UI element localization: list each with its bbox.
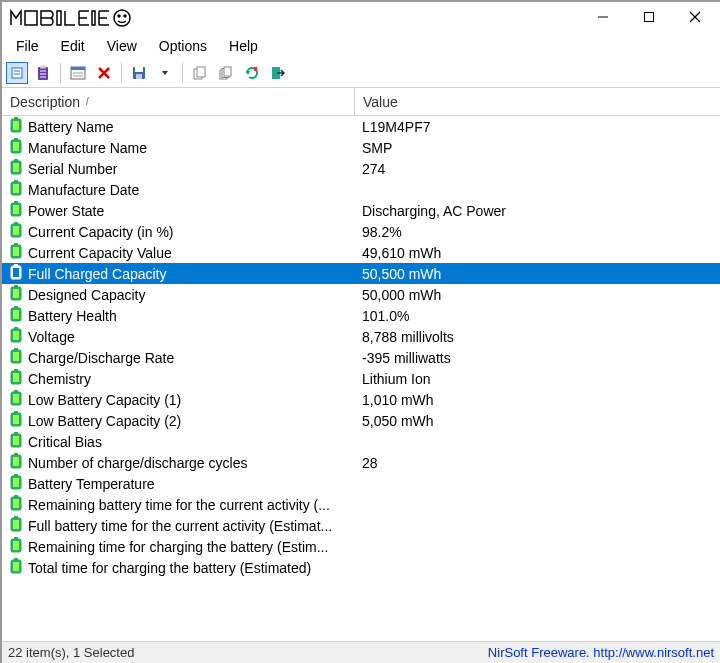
battery-icon — [10, 348, 22, 367]
row-value: -395 milliwatts — [354, 350, 720, 366]
app-logo — [10, 8, 140, 28]
table-row[interactable]: Serial Number 274 — [2, 158, 720, 179]
table-row[interactable]: Battery Temperature — [2, 473, 720, 494]
table-row[interactable]: Designed Capacity 50,000 mWh — [2, 284, 720, 305]
table-row[interactable]: Current Capacity Value 49,610 mWh — [2, 242, 720, 263]
row-value: 50,000 mWh — [354, 287, 720, 303]
menu-help[interactable]: Help — [219, 36, 268, 56]
row-value: 274 — [354, 161, 720, 177]
battery-icon — [10, 432, 22, 451]
battery-icon — [10, 474, 22, 493]
table-row[interactable]: Current Capacity (in %) 98.2% — [2, 221, 720, 242]
table-row[interactable]: Number of charge/discharge cycles 28 — [2, 452, 720, 473]
menu-view[interactable]: View — [97, 36, 147, 56]
svg-rect-26 — [136, 74, 142, 79]
table-row[interactable]: Low Battery Capacity (2) 5,050 mWh — [2, 410, 720, 431]
row-description: Chemistry — [28, 371, 91, 387]
column-header-description[interactable]: Description / — [2, 88, 354, 115]
table-row[interactable]: Battery Name L19M4PF7 — [2, 116, 720, 137]
table-row[interactable]: Manufacture Date — [2, 179, 720, 200]
svg-rect-92 — [13, 499, 19, 508]
svg-rect-41 — [13, 142, 19, 151]
toolbar-copy-icon[interactable] — [189, 62, 211, 84]
svg-rect-47 — [13, 184, 19, 193]
menu-edit[interactable]: Edit — [51, 36, 95, 56]
battery-icon — [10, 180, 22, 199]
row-description: Full battery time for the current activi… — [28, 518, 332, 534]
menu-options[interactable]: Options — [149, 36, 217, 56]
table-row[interactable]: Charge/Discharge Rate -395 milliwatts — [2, 347, 720, 368]
svg-rect-74 — [13, 373, 19, 382]
table-row[interactable]: Manufacture Name SMP — [2, 137, 720, 158]
svg-rect-83 — [13, 436, 19, 445]
svg-rect-68 — [13, 331, 19, 340]
battery-icon — [10, 390, 22, 409]
row-value: 28 — [354, 455, 720, 471]
svg-rect-95 — [13, 520, 19, 529]
toolbar-refresh-icon[interactable] — [241, 62, 263, 84]
toolbar-report-icon[interactable] — [6, 62, 28, 84]
svg-rect-2 — [92, 11, 95, 25]
toolbar-properties-icon[interactable] — [67, 62, 89, 84]
table-row[interactable]: Voltage 8,788 millivolts — [2, 326, 720, 347]
row-description: Total time for charging the battery (Est… — [28, 560, 311, 576]
table-row[interactable]: Critical Bias — [2, 431, 720, 452]
toolbar-save-dropdown-icon[interactable] — [154, 62, 176, 84]
svg-rect-59 — [13, 268, 19, 277]
svg-rect-50 — [13, 205, 19, 214]
row-description: Current Capacity (in %) — [28, 224, 174, 240]
menu-bar: File Edit View Options Help — [2, 34, 720, 58]
table-row[interactable]: Low Battery Capacity (1) 1,010 mWh — [2, 389, 720, 410]
row-value: 98.2% — [354, 224, 720, 240]
row-description: Battery Temperature — [28, 476, 155, 492]
column-header-value-label: Value — [363, 94, 398, 110]
table-row[interactable]: Full Charged Capacity 50,500 mWh — [2, 263, 720, 284]
battery-icon — [10, 159, 22, 178]
svg-point-5 — [124, 15, 126, 17]
row-description: Number of charge/discharge cycles — [28, 455, 247, 471]
row-description: Critical Bias — [28, 434, 102, 450]
battery-icon — [10, 516, 22, 535]
table-row[interactable]: Battery Health 101.0% — [2, 305, 720, 326]
list-view[interactable]: Battery Name L19M4PF7 Manufacture Name S… — [2, 116, 720, 641]
toolbar-clipboard-icon[interactable] — [32, 62, 54, 84]
close-button[interactable] — [672, 2, 718, 32]
row-description: Charge/Discharge Rate — [28, 350, 174, 366]
svg-rect-1 — [57, 11, 61, 25]
battery-icon — [10, 537, 22, 556]
toolbar-exit-icon[interactable] — [267, 62, 289, 84]
svg-rect-34 — [254, 67, 257, 71]
battery-icon — [10, 201, 22, 220]
status-bar: 22 item(s), 1 Selected NirSoft Freeware.… — [2, 641, 720, 663]
battery-icon — [10, 453, 22, 472]
row-description: Low Battery Capacity (2) — [28, 413, 181, 429]
row-value: SMP — [354, 140, 720, 156]
table-row[interactable]: Remaining time for charging the battery … — [2, 536, 720, 557]
battery-icon — [10, 264, 22, 283]
table-row[interactable]: Total time for charging the battery (Est… — [2, 557, 720, 578]
row-description: Manufacture Name — [28, 140, 147, 156]
table-row[interactable]: Remaining battery time for the current a… — [2, 494, 720, 515]
row-description: Manufacture Date — [28, 182, 139, 198]
svg-rect-19 — [71, 67, 85, 70]
svg-rect-0 — [25, 11, 37, 25]
battery-icon — [10, 411, 22, 430]
menu-file[interactable]: File — [6, 36, 49, 56]
row-description: Current Capacity Value — [28, 245, 172, 261]
row-description: Designed Capacity — [28, 287, 146, 303]
svg-rect-77 — [13, 394, 19, 403]
table-row[interactable]: Full battery time for the current activi… — [2, 515, 720, 536]
table-row[interactable]: Chemistry Lithium Ion — [2, 368, 720, 389]
toolbar-save-icon[interactable] — [128, 62, 150, 84]
column-header-value[interactable]: Value — [354, 88, 720, 115]
row-description: Remaining battery time for the current a… — [28, 497, 330, 513]
minimize-button[interactable] — [580, 2, 626, 32]
row-value: 50,500 mWh — [354, 266, 720, 282]
maximize-button[interactable] — [626, 2, 672, 32]
table-row[interactable]: Power State Discharging, AC Power — [2, 200, 720, 221]
toolbar-delete-icon[interactable] — [93, 62, 115, 84]
toolbar-copy-all-icon[interactable] — [215, 62, 237, 84]
battery-icon — [10, 138, 22, 157]
row-value: 8,788 millivolts — [354, 329, 720, 345]
svg-rect-86 — [13, 457, 19, 466]
